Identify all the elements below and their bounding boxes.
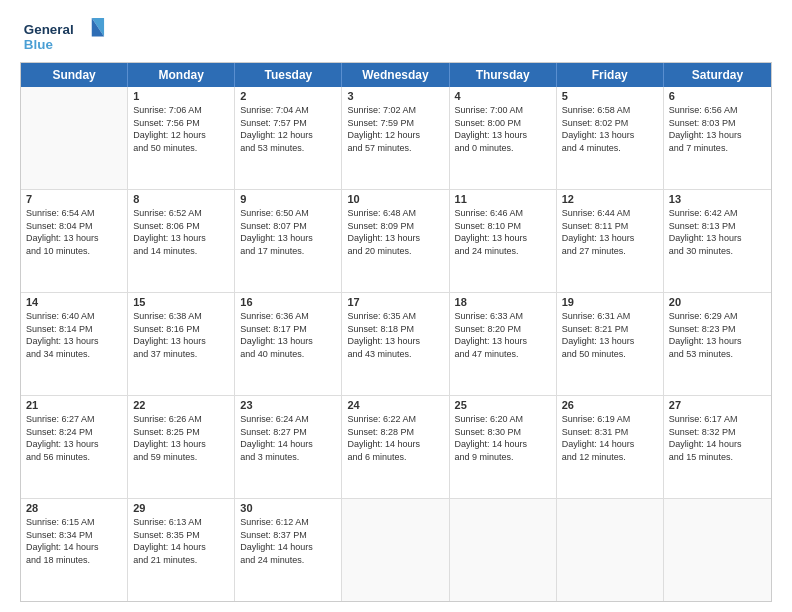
day-number: 23 (240, 399, 336, 411)
day-number: 5 (562, 90, 658, 102)
cal-cell: 15Sunrise: 6:38 AMSunset: 8:16 PMDayligh… (128, 293, 235, 395)
cal-cell: 7Sunrise: 6:54 AMSunset: 8:04 PMDaylight… (21, 190, 128, 292)
cal-cell: 10Sunrise: 6:48 AMSunset: 8:09 PMDayligh… (342, 190, 449, 292)
day-number: 11 (455, 193, 551, 205)
cal-cell: 29Sunrise: 6:13 AMSunset: 8:35 PMDayligh… (128, 499, 235, 601)
day-info: Sunrise: 6:52 AMSunset: 8:06 PMDaylight:… (133, 207, 229, 257)
svg-text:General: General (24, 22, 74, 37)
day-number: 30 (240, 502, 336, 514)
day-header-sunday: Sunday (21, 63, 128, 87)
week-row-3: 14Sunrise: 6:40 AMSunset: 8:14 PMDayligh… (21, 293, 771, 396)
day-info: Sunrise: 6:46 AMSunset: 8:10 PMDaylight:… (455, 207, 551, 257)
cal-cell: 6Sunrise: 6:56 AMSunset: 8:03 PMDaylight… (664, 87, 771, 189)
cal-cell: 3Sunrise: 7:02 AMSunset: 7:59 PMDaylight… (342, 87, 449, 189)
day-header-friday: Friday (557, 63, 664, 87)
day-info: Sunrise: 6:33 AMSunset: 8:20 PMDaylight:… (455, 310, 551, 360)
cal-cell: 4Sunrise: 7:00 AMSunset: 8:00 PMDaylight… (450, 87, 557, 189)
cal-cell: 11Sunrise: 6:46 AMSunset: 8:10 PMDayligh… (450, 190, 557, 292)
day-info: Sunrise: 6:27 AMSunset: 8:24 PMDaylight:… (26, 413, 122, 463)
day-number: 10 (347, 193, 443, 205)
day-number: 25 (455, 399, 551, 411)
day-number: 27 (669, 399, 766, 411)
day-number: 6 (669, 90, 766, 102)
cal-cell (664, 499, 771, 601)
cal-cell (21, 87, 128, 189)
day-info: Sunrise: 7:02 AMSunset: 7:59 PMDaylight:… (347, 104, 443, 154)
cal-cell: 18Sunrise: 6:33 AMSunset: 8:20 PMDayligh… (450, 293, 557, 395)
logo-icon: General Blue (20, 18, 110, 54)
svg-text:Blue: Blue (24, 37, 53, 52)
day-info: Sunrise: 6:22 AMSunset: 8:28 PMDaylight:… (347, 413, 443, 463)
header: General Blue (20, 18, 772, 54)
day-header-wednesday: Wednesday (342, 63, 449, 87)
day-number: 9 (240, 193, 336, 205)
week-row-2: 7Sunrise: 6:54 AMSunset: 8:04 PMDaylight… (21, 190, 771, 293)
day-info: Sunrise: 6:38 AMSunset: 8:16 PMDaylight:… (133, 310, 229, 360)
day-info: Sunrise: 6:29 AMSunset: 8:23 PMDaylight:… (669, 310, 766, 360)
day-number: 17 (347, 296, 443, 308)
day-info: Sunrise: 6:42 AMSunset: 8:13 PMDaylight:… (669, 207, 766, 257)
calendar-header: SundayMondayTuesdayWednesdayThursdayFrid… (21, 63, 771, 87)
cal-cell (557, 499, 664, 601)
day-number: 29 (133, 502, 229, 514)
cal-cell: 13Sunrise: 6:42 AMSunset: 8:13 PMDayligh… (664, 190, 771, 292)
day-number: 15 (133, 296, 229, 308)
day-number: 19 (562, 296, 658, 308)
day-header-monday: Monday (128, 63, 235, 87)
cal-cell: 25Sunrise: 6:20 AMSunset: 8:30 PMDayligh… (450, 396, 557, 498)
page: General Blue SundayMondayTuesdayWednesda… (0, 0, 792, 612)
cal-cell: 27Sunrise: 6:17 AMSunset: 8:32 PMDayligh… (664, 396, 771, 498)
day-number: 3 (347, 90, 443, 102)
cal-cell: 22Sunrise: 6:26 AMSunset: 8:25 PMDayligh… (128, 396, 235, 498)
day-info: Sunrise: 6:26 AMSunset: 8:25 PMDaylight:… (133, 413, 229, 463)
cal-cell: 17Sunrise: 6:35 AMSunset: 8:18 PMDayligh… (342, 293, 449, 395)
cal-cell: 19Sunrise: 6:31 AMSunset: 8:21 PMDayligh… (557, 293, 664, 395)
day-number: 1 (133, 90, 229, 102)
week-row-4: 21Sunrise: 6:27 AMSunset: 8:24 PMDayligh… (21, 396, 771, 499)
day-number: 14 (26, 296, 122, 308)
cal-cell: 8Sunrise: 6:52 AMSunset: 8:06 PMDaylight… (128, 190, 235, 292)
calendar: SundayMondayTuesdayWednesdayThursdayFrid… (20, 62, 772, 602)
day-info: Sunrise: 6:48 AMSunset: 8:09 PMDaylight:… (347, 207, 443, 257)
cal-cell: 9Sunrise: 6:50 AMSunset: 8:07 PMDaylight… (235, 190, 342, 292)
day-info: Sunrise: 6:31 AMSunset: 8:21 PMDaylight:… (562, 310, 658, 360)
day-number: 24 (347, 399, 443, 411)
day-info: Sunrise: 6:24 AMSunset: 8:27 PMDaylight:… (240, 413, 336, 463)
day-number: 7 (26, 193, 122, 205)
day-header-tuesday: Tuesday (235, 63, 342, 87)
day-number: 28 (26, 502, 122, 514)
day-info: Sunrise: 6:35 AMSunset: 8:18 PMDaylight:… (347, 310, 443, 360)
day-info: Sunrise: 6:20 AMSunset: 8:30 PMDaylight:… (455, 413, 551, 463)
cal-cell: 16Sunrise: 6:36 AMSunset: 8:17 PMDayligh… (235, 293, 342, 395)
cal-cell: 1Sunrise: 7:06 AMSunset: 7:56 PMDaylight… (128, 87, 235, 189)
cal-cell: 24Sunrise: 6:22 AMSunset: 8:28 PMDayligh… (342, 396, 449, 498)
cal-cell: 23Sunrise: 6:24 AMSunset: 8:27 PMDayligh… (235, 396, 342, 498)
day-info: Sunrise: 6:15 AMSunset: 8:34 PMDaylight:… (26, 516, 122, 566)
day-info: Sunrise: 6:40 AMSunset: 8:14 PMDaylight:… (26, 310, 122, 360)
day-info: Sunrise: 7:00 AMSunset: 8:00 PMDaylight:… (455, 104, 551, 154)
cal-cell: 28Sunrise: 6:15 AMSunset: 8:34 PMDayligh… (21, 499, 128, 601)
day-number: 22 (133, 399, 229, 411)
day-number: 2 (240, 90, 336, 102)
day-number: 20 (669, 296, 766, 308)
cal-cell: 26Sunrise: 6:19 AMSunset: 8:31 PMDayligh… (557, 396, 664, 498)
day-info: Sunrise: 6:13 AMSunset: 8:35 PMDaylight:… (133, 516, 229, 566)
logo: General Blue (20, 18, 110, 54)
day-info: Sunrise: 6:36 AMSunset: 8:17 PMDaylight:… (240, 310, 336, 360)
cal-cell (450, 499, 557, 601)
cal-cell: 12Sunrise: 6:44 AMSunset: 8:11 PMDayligh… (557, 190, 664, 292)
day-info: Sunrise: 6:44 AMSunset: 8:11 PMDaylight:… (562, 207, 658, 257)
cal-cell: 20Sunrise: 6:29 AMSunset: 8:23 PMDayligh… (664, 293, 771, 395)
day-info: Sunrise: 6:54 AMSunset: 8:04 PMDaylight:… (26, 207, 122, 257)
calendar-body: 1Sunrise: 7:06 AMSunset: 7:56 PMDaylight… (21, 87, 771, 601)
day-number: 13 (669, 193, 766, 205)
cal-cell: 5Sunrise: 6:58 AMSunset: 8:02 PMDaylight… (557, 87, 664, 189)
day-number: 18 (455, 296, 551, 308)
day-number: 8 (133, 193, 229, 205)
day-info: Sunrise: 6:17 AMSunset: 8:32 PMDaylight:… (669, 413, 766, 463)
day-number: 4 (455, 90, 551, 102)
day-header-thursday: Thursday (450, 63, 557, 87)
day-number: 26 (562, 399, 658, 411)
week-row-1: 1Sunrise: 7:06 AMSunset: 7:56 PMDaylight… (21, 87, 771, 190)
day-number: 21 (26, 399, 122, 411)
